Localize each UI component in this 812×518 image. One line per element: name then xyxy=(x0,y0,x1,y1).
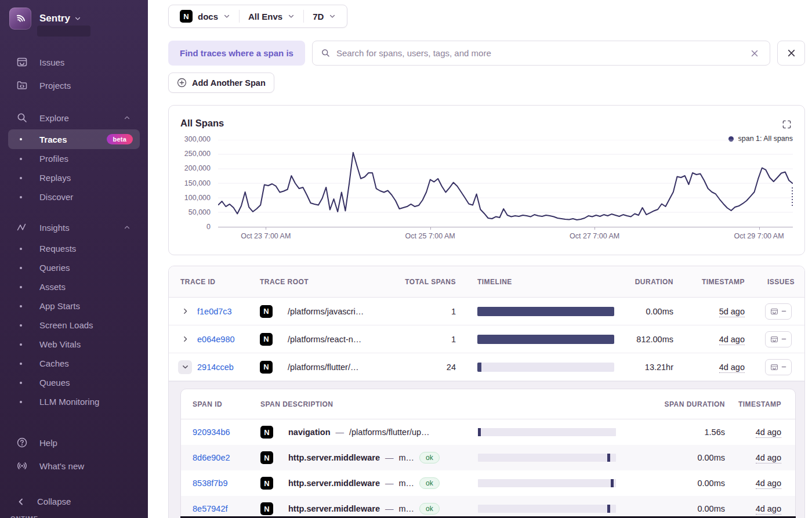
status-badge: ok xyxy=(419,477,440,489)
sentry-logo-icon xyxy=(9,8,31,30)
x-tick-label: Oct 29 7:00 AM xyxy=(734,232,784,240)
fullscreen-icon[interactable] xyxy=(782,119,792,131)
span-timeline-bar xyxy=(478,505,616,513)
span-timeline-bar xyxy=(478,454,616,462)
span-table-row[interactable]: 8e57942f N http.server.middleware — m… o… xyxy=(181,496,795,518)
clear-search-icon[interactable] xyxy=(748,46,762,60)
sidebar-item-label: App Starts xyxy=(39,301,80,311)
remove-span-filter-button[interactable] xyxy=(777,41,805,66)
cutoff-text: ONTIME xyxy=(10,515,38,518)
sidebar-sub-item[interactable]: Web Vitals xyxy=(8,335,140,354)
span-timestamp-value[interactable]: 4d ago xyxy=(756,453,781,463)
span-table-row[interactable]: 8538f7b9 N http.server.middleware — m… o… xyxy=(181,470,795,496)
span-table-row[interactable]: 920934b6 N navigation — /platforms/flutt… xyxy=(181,419,795,445)
sidebar-sub-item[interactable]: Discover xyxy=(8,187,140,207)
sidebar-sub-item[interactable]: Replays xyxy=(8,168,140,187)
issues-count-button[interactable] xyxy=(765,303,792,320)
span-id-link[interactable]: 8e57942f xyxy=(193,504,227,513)
sidebar-item-help[interactable]: Help xyxy=(0,431,148,454)
expand-chevron-button[interactable] xyxy=(178,332,192,346)
sidebar-section-explore[interactable]: Explore xyxy=(0,106,148,129)
expand-chevron-button[interactable] xyxy=(178,360,192,374)
sidebar-sub-item[interactable]: Profiles xyxy=(8,149,140,168)
span-description: m… xyxy=(398,453,414,462)
broadcast-icon xyxy=(16,460,28,472)
separator: — xyxy=(385,504,394,513)
sidebar-item-issues[interactable]: Issues xyxy=(0,50,148,74)
total-spans-value: 1 xyxy=(401,307,465,316)
sidebar-item-label: Projects xyxy=(39,81,71,90)
sidebar-sub-item[interactable]: Assets xyxy=(8,277,140,296)
separator: — xyxy=(385,453,394,462)
span-description: m… xyxy=(398,479,414,488)
span-id-link[interactable]: 8538f7b9 xyxy=(193,479,227,488)
project-selector[interactable]: N docs xyxy=(171,10,239,23)
projects-icon xyxy=(16,79,28,91)
sidebar-sub-item[interactable]: Traces beta xyxy=(8,129,140,149)
span-id-link[interactable]: 8d6e90e2 xyxy=(193,453,230,462)
sidebar-item-projects[interactable]: Projects xyxy=(0,74,148,97)
issues-count-button[interactable] xyxy=(765,331,792,347)
expand-chevron-button[interactable] xyxy=(178,305,192,318)
add-another-span-button[interactable]: Add Another Span xyxy=(168,73,274,93)
find-traces-chip[interactable]: Find traces where a span is xyxy=(168,41,305,66)
sidebar-nav: Issues Projects Explore Traces beta Pr xyxy=(0,33,148,411)
chart-plot-area[interactable]: Oct 23 7:00 AMOct 25 7:00 AMOct 27 7:00 … xyxy=(218,140,793,227)
date-range-value: 7D xyxy=(313,12,324,21)
span-timestamp-value[interactable]: 4d ago xyxy=(756,428,781,438)
y-tick-label: 250,000 xyxy=(184,150,211,158)
sidebar-sub-item[interactable]: Queues xyxy=(8,373,140,392)
trace-id-link[interactable]: f1e0d7c3 xyxy=(197,307,232,316)
sidebar-item-label: Assets xyxy=(39,282,66,292)
status-badge: ok xyxy=(419,452,440,463)
issues-icon xyxy=(770,307,778,316)
bullet-icon xyxy=(20,401,22,403)
sidebar-sub-item[interactable]: LLM Monitoring xyxy=(8,392,140,411)
sidebar-item-label: What's new xyxy=(39,461,84,471)
environment-selector[interactable]: All Envs xyxy=(240,12,303,21)
timestamp-value[interactable]: 5d ago xyxy=(719,307,745,317)
span-duration-value: 0.00ms xyxy=(628,504,731,513)
span-search-box[interactable] xyxy=(312,41,770,66)
col-issues: ISSUES xyxy=(751,278,805,286)
sidebar-sub-item[interactable]: App Starts xyxy=(8,296,140,316)
span-table-row[interactable]: 8d6e90e2 N http.server.middleware — m… o… xyxy=(181,445,795,470)
nextjs-project-icon: N xyxy=(260,305,273,318)
trace-id-link[interactable]: e064e980 xyxy=(197,335,235,344)
timestamp-value[interactable]: 4d ago xyxy=(719,363,745,373)
trace-table-row[interactable]: e064e980 N /platforms/react-n… 1 812.00m… xyxy=(169,325,804,353)
bullet-icon xyxy=(20,286,22,288)
dash-icon xyxy=(781,336,786,342)
nextjs-project-icon: N xyxy=(260,426,273,439)
trace-table-row[interactable]: 2914cceb N /platforms/flutter/… 24 13.21… xyxy=(169,353,804,381)
trace-table-row[interactable]: f1e0d7c3 N /platforms/javascri… 1 0.00ms… xyxy=(169,298,804,325)
collapse-button[interactable]: Collapse xyxy=(0,491,148,512)
sidebar-sub-item[interactable]: Caches xyxy=(8,354,140,373)
span-search-input[interactable] xyxy=(336,48,742,58)
nextjs-project-icon: N xyxy=(260,451,273,464)
sidebar-sub-item[interactable]: Requests xyxy=(8,239,140,258)
span-op: http.server.middleware xyxy=(288,479,380,488)
chevron-up-icon xyxy=(124,114,130,121)
span-timestamp-value[interactable]: 4d ago xyxy=(756,504,781,515)
date-range-selector[interactable]: 7D xyxy=(304,12,345,21)
explore-items: Traces beta Profiles Replays Discover xyxy=(0,129,148,207)
trace-rows: f1e0d7c3 N /platforms/javascri… 1 0.00ms… xyxy=(169,298,804,381)
nextjs-project-icon: N xyxy=(260,361,273,374)
sidebar-item-label: Traces xyxy=(39,135,67,144)
span-timestamp-value[interactable]: 4d ago xyxy=(756,479,781,489)
sidebar-section-insights[interactable]: Insights xyxy=(0,216,148,239)
nextjs-project-icon: N xyxy=(260,477,273,490)
span-id-link[interactable]: 920934b6 xyxy=(193,428,230,437)
sidebar-sub-item[interactable]: Queries xyxy=(8,258,140,277)
sidebar-sub-item[interactable]: Screen Loads xyxy=(8,316,140,335)
org-switcher[interactable]: Sentry xyxy=(0,0,148,33)
span-timeline-bar xyxy=(478,428,616,436)
timestamp-value[interactable]: 4d ago xyxy=(719,335,745,345)
trace-id-link[interactable]: 2914cceb xyxy=(197,363,234,372)
issues-count-button[interactable] xyxy=(765,359,792,375)
sidebar-item-label: Discover xyxy=(39,192,73,202)
sidebar-item-whats-new[interactable]: What's new xyxy=(0,454,148,477)
sidebar-item-label: Profiles xyxy=(39,154,68,164)
sidebar-item-label: Screen Loads xyxy=(39,320,93,330)
